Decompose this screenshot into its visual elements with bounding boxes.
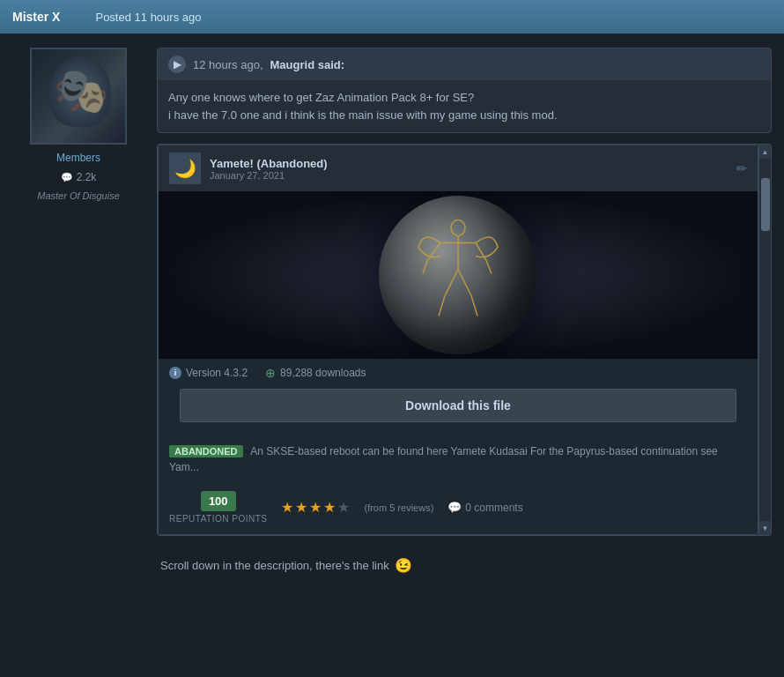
post-count: 💬 2.2k [61, 171, 97, 183]
file-card-header: 🌙 Yamete! (Abandoned) January 27, 2021 ✏ [159, 145, 758, 191]
svg-line-10 [458, 270, 471, 296]
scrollbar-thumb[interactable] [761, 178, 770, 231]
download-button[interactable]: Download this file [180, 389, 736, 422]
avatar [30, 48, 127, 145]
file-card-name: Yamete! (Abandoned) [210, 157, 328, 170]
scrollbar-up-arrow[interactable]: ▲ [759, 145, 771, 159]
reviews-text: (from 5 reviews) [364, 502, 433, 513]
moon-image [379, 196, 537, 354]
panel-content: 🌙 Yamete! (Abandoned) January 27, 2021 ✏ [158, 145, 758, 535]
svg-line-4 [427, 243, 440, 261]
svg-line-7 [486, 261, 492, 274]
post-sidebar: Members 💬 2.2k Master Of Disguise [12, 48, 144, 577]
version-info: i Version 4.3.2 [169, 367, 248, 379]
post-content: ▶ 12 hours ago, Maugrid said: Any one kn… [157, 48, 772, 577]
quote-header: ▶ 12 hours ago, Maugrid said: [158, 48, 771, 80]
file-description: ABANDONED An SKSE-based reboot can be fo… [159, 438, 758, 484]
star-3: ★ [309, 499, 322, 516]
quote-time: 12 hours ago, [193, 58, 263, 71]
star-rating: ★ ★ ★ ★ ★ [281, 499, 350, 516]
svg-point-0 [451, 220, 465, 236]
star-1: ★ [281, 499, 293, 516]
post-count-value: 2.2k [77, 171, 97, 183]
reply-text: Scroll down in the description, there's … [157, 547, 772, 577]
scrollbar-track[interactable] [759, 159, 771, 521]
posted-time: Posted 11 hours ago [95, 11, 201, 24]
quote-block: ▶ 12 hours ago, Maugrid said: Any one kn… [157, 48, 772, 133]
scrollbar-down-arrow[interactable]: ▼ [759, 521, 771, 535]
file-card-avatar: 🌙 [169, 153, 201, 184]
post-header: Mister X Posted 11 hours ago [0, 0, 784, 33]
moon-figure-svg [414, 212, 502, 327]
abandoned-tag: ABANDONED [169, 445, 243, 458]
svg-line-5 [423, 261, 427, 274]
reputation-badge: 100 [201, 491, 236, 511]
avatar-image [32, 48, 125, 145]
quote-arrow-icon: ▶ [168, 56, 186, 73]
member-title: Master Of Disguise [37, 190, 120, 201]
reply-emoji: 😉 [395, 557, 412, 574]
download-button-wrapper: Download this file [159, 387, 758, 438]
comments-link[interactable]: 💬 0 comments [447, 501, 522, 514]
star-4: ★ [323, 499, 336, 516]
file-card: 🌙 Yamete! (Abandoned) January 27, 2021 ✏ [158, 145, 758, 535]
edit-icon[interactable]: ✏ [736, 161, 747, 175]
post-count-icon: 💬 [61, 172, 73, 183]
reply-message: Scroll down in the description, there's … [160, 559, 389, 572]
reputation-label: REPUTATION POINTS [169, 514, 267, 524]
rating-row: 100 REPUTATION POINTS ★ ★ ★ ★ ★ (from 5 … [159, 484, 758, 534]
file-card-panel: 🌙 Yamete! (Abandoned) January 27, 2021 ✏ [157, 144, 772, 536]
quote-author: Maugrid said: [270, 58, 345, 71]
file-card-title-area: 🌙 Yamete! (Abandoned) January 27, 2021 [169, 153, 328, 184]
downloads-info: ⊕ 89,288 downloads [265, 366, 366, 380]
svg-line-6 [476, 243, 486, 261]
downloads-label: 89,288 downloads [280, 367, 366, 379]
quote-line1: Any one knows where to get Zaz Animation… [168, 89, 760, 107]
svg-line-9 [439, 296, 445, 316]
quote-body: Any one knows where to get Zaz Animation… [158, 80, 771, 132]
comment-icon: 💬 [447, 501, 462, 514]
post-author-name: Mister X [12, 10, 60, 24]
quote-line2: i have the 7.0 one and i think is the ma… [168, 107, 760, 124]
file-thumbnail [159, 191, 758, 359]
download-count-icon: ⊕ [265, 366, 276, 380]
comments-count: 0 comments [465, 502, 522, 514]
file-card-date: January 27, 2021 [210, 170, 328, 181]
svg-line-8 [445, 270, 458, 296]
member-role: Members [56, 152, 100, 164]
star-2: ★ [295, 499, 307, 516]
star-5: ★ [337, 499, 350, 516]
file-card-info: Yamete! (Abandoned) January 27, 2021 [210, 157, 328, 181]
version-label: Version 4.3.2 [186, 367, 248, 379]
info-icon: i [169, 367, 181, 379]
file-card-wrapper: 🌙 Yamete! (Abandoned) January 27, 2021 ✏ [157, 144, 772, 536]
post-container: Members 💬 2.2k Master Of Disguise ▶ 12 h… [0, 33, 784, 591]
description-text: An SKSE-based reboot can be found here Y… [169, 445, 718, 473]
svg-line-11 [471, 296, 477, 316]
reputation-col: 100 REPUTATION POINTS [169, 491, 267, 524]
scrollbar[interactable]: ▲ ▼ [758, 145, 771, 535]
file-meta: i Version 4.3.2 ⊕ 89,288 downloads [159, 359, 758, 387]
